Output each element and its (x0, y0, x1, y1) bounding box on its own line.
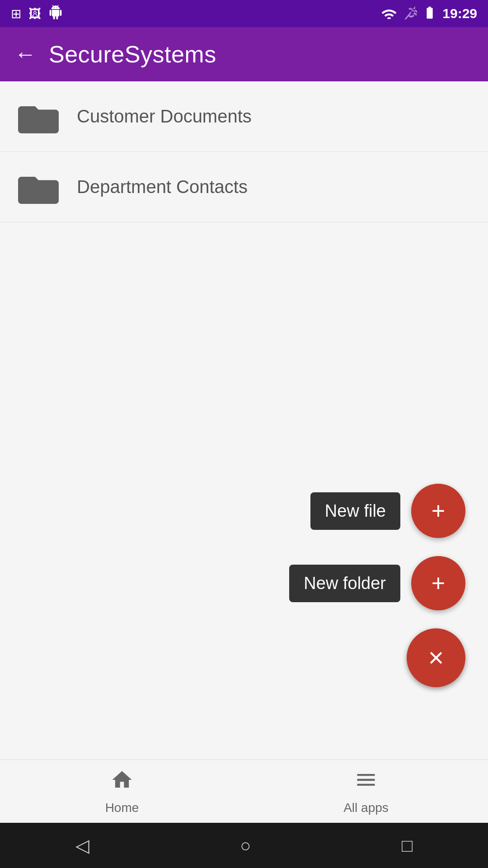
back-triangle-icon: ◁ (75, 835, 89, 855)
home-system-button[interactable]: ○ (240, 835, 251, 856)
new-file-row: New file + (310, 484, 465, 538)
folder-name: Department Contacts (77, 177, 248, 197)
bottom-nav: Home All apps (0, 760, 488, 823)
home-circle-icon: ○ (240, 835, 251, 855)
close-fab-row: × (407, 628, 465, 687)
app-bar: ← SecureSystems (0, 27, 488, 81)
status-bar-left: ⊞ 🖼 (11, 5, 63, 23)
image-icon: 🖼 (28, 6, 41, 21)
plus-icon: + (432, 571, 445, 595)
folder-icon (18, 170, 59, 204)
nav-item-home[interactable]: Home (0, 768, 244, 815)
folder-list: Customer Documents Department Contacts (0, 81, 488, 222)
all-apps-label: All apps (343, 801, 389, 815)
signal-off-icon (403, 5, 417, 22)
main-content: Customer Documents Department Contacts N… (0, 81, 488, 760)
status-bar: ⊞ 🖼 19:29 (0, 0, 488, 27)
folder-icon (18, 99, 59, 133)
wifi-icon (381, 6, 397, 21)
status-time: 19:29 (442, 6, 477, 21)
android-icon (48, 5, 63, 23)
all-apps-icon (354, 768, 378, 797)
app-title: SecureSystems (49, 41, 216, 68)
list-item[interactable]: Department Contacts (0, 152, 488, 222)
status-bar-right: 19:29 (381, 5, 477, 22)
fab-container: New file + New folder + × (289, 484, 465, 687)
close-icon: × (428, 644, 444, 671)
list-item[interactable]: Customer Documents (0, 81, 488, 152)
folder-name: Customer Documents (77, 106, 252, 127)
new-file-button[interactable]: + (411, 484, 465, 538)
close-fab-button[interactable]: × (407, 628, 465, 687)
battery-icon (422, 5, 437, 22)
nav-item-all-apps[interactable]: All apps (244, 768, 488, 815)
new-folder-label: New folder (289, 565, 400, 602)
recent-system-button[interactable]: □ (402, 835, 413, 856)
new-file-label: New file (310, 492, 400, 530)
back-arrow-icon: ← (14, 42, 36, 66)
back-button[interactable]: ← (14, 43, 36, 65)
system-nav: ◁ ○ □ (0, 823, 488, 868)
home-icon (110, 768, 134, 797)
recent-square-icon: □ (402, 835, 413, 855)
new-folder-button[interactable]: + (411, 556, 465, 610)
list-icon: ⊞ (11, 6, 21, 21)
plus-icon: + (432, 499, 445, 523)
back-system-button[interactable]: ◁ (75, 835, 89, 856)
home-label: Home (105, 801, 139, 815)
new-folder-row: New folder + (289, 556, 465, 610)
